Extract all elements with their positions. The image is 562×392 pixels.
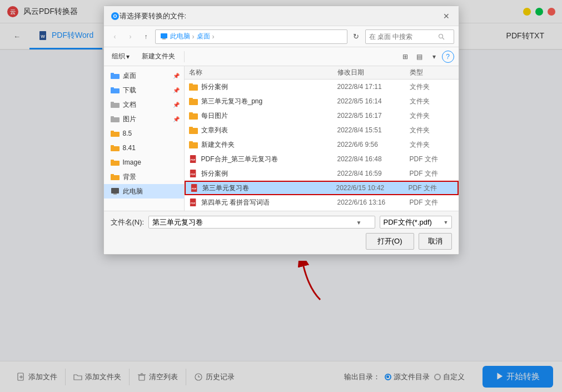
file-name-cell: 文章列表 xyxy=(189,126,337,135)
pdf-file-icon: PDF xyxy=(189,155,198,163)
left-item-desktop-label: 桌面 xyxy=(123,71,136,81)
svg-rect-23 xyxy=(111,87,114,89)
dialog-action-buttons: 打开(O) 取消 xyxy=(111,233,452,250)
file-type-cell: PDF 文件 xyxy=(410,198,454,207)
view-buttons: ⊞ ▤ ▾ ? xyxy=(399,50,454,63)
svg-line-19 xyxy=(442,38,444,39)
svg-rect-29 xyxy=(111,131,114,132)
filename-input[interactable] xyxy=(148,216,375,229)
file-date-cell: 2022/6/6 9:56 xyxy=(337,141,410,148)
file-row[interactable]: PDF 拆分案例 2022/8/4 16:59 PDF 文件 xyxy=(185,166,459,181)
file-date-cell: 2022/8/5 16:14 xyxy=(337,97,410,105)
folder-icon xyxy=(189,141,198,148)
svg-rect-45 xyxy=(189,127,193,128)
file-date-cell: 2022/8/5 16:17 xyxy=(337,112,410,120)
pdf-file-icon: PDF xyxy=(189,170,198,177)
docs-folder-icon xyxy=(111,101,120,108)
folder-icon xyxy=(189,83,198,91)
col-name-header: 名称 xyxy=(189,68,337,77)
file-date-cell: 2022/8/4 16:48 xyxy=(337,155,410,163)
dialog-title-bar: O 请选择要转换的文件: ✕ xyxy=(104,6,459,26)
nav-up-button[interactable]: ↑ xyxy=(140,30,153,43)
left-item-image[interactable]: Image xyxy=(104,155,184,170)
view-grid-button[interactable]: ⊞ xyxy=(399,50,412,63)
file-type-cell: 文件夹 xyxy=(410,97,454,106)
svg-rect-33 xyxy=(111,160,114,161)
view-list-button[interactable]: ▤ xyxy=(413,50,426,63)
file-row[interactable]: 拆分案例 2022/8/4 17:11 文件夹 xyxy=(185,80,459,94)
svg-rect-39 xyxy=(189,83,193,85)
breadcrumb-sep: › xyxy=(192,33,195,41)
filetype-select[interactable]: PDF文件(*.pdf) xyxy=(380,216,452,229)
desktop-folder-icon xyxy=(111,72,120,79)
left-panel: 桌面 📌 下载 📌 xyxy=(104,66,185,211)
filetype-select-wrapper: PDF文件(*.pdf) xyxy=(380,216,452,229)
svg-rect-20 xyxy=(111,74,120,79)
dialog-nav-bar: ‹ › ↑ 此电脑 › 桌面 › ↻ xyxy=(104,26,459,47)
folder-icon xyxy=(189,112,198,120)
file-row[interactable]: 文章列表 2022/8/4 15:51 文件夹 xyxy=(185,123,459,137)
refresh-button[interactable]: ↻ xyxy=(350,30,363,43)
svg-rect-40 xyxy=(189,99,198,105)
file-row[interactable]: PDF PDF合并_第三单元复习卷 2022/8/4 16:48 PDF 文件 xyxy=(185,152,459,166)
help-button[interactable]: ? xyxy=(442,51,454,63)
cancel-button-label: 取消 xyxy=(428,237,442,245)
computer-icon xyxy=(160,33,168,41)
svg-rect-24 xyxy=(111,103,120,108)
file-name-label: 文章列表 xyxy=(201,126,228,135)
search-input[interactable] xyxy=(369,33,436,41)
view-dropdown-button[interactable]: ▾ xyxy=(427,50,441,63)
breadcrumb-computer[interactable]: 此电脑 xyxy=(170,32,190,41)
organize-button[interactable]: 组织 ▾ xyxy=(108,51,133,62)
dialog-footer: 文件名(N): ▼ PDF文件(*.pdf) 打开(O) xyxy=(104,211,459,254)
left-item-images-label: 图片 xyxy=(123,115,136,124)
new-folder-button[interactable]: 新建文件夹 xyxy=(137,51,180,62)
left-item-85[interactable]: 8.5 xyxy=(104,126,184,141)
file-row[interactable]: 新建文件夹 2022/6/6 9:56 文件夹 xyxy=(185,137,459,152)
file-name-cell: 每日图片 xyxy=(189,111,337,121)
left-item-background[interactable]: 背景 xyxy=(104,170,184,184)
svg-rect-35 xyxy=(111,174,114,176)
nav-back-button[interactable]: ‹ xyxy=(108,30,122,43)
open-button[interactable]: 打开(O) xyxy=(366,233,414,250)
left-item-desktop[interactable]: 桌面 📌 xyxy=(104,68,184,83)
file-date-cell: 2022/8/4 17:11 xyxy=(337,83,410,91)
left-item-computer[interactable]: 此电脑 xyxy=(104,184,184,199)
folder-841-icon xyxy=(111,145,120,151)
search-bar xyxy=(365,29,454,44)
file-name-label: 拆分案例 xyxy=(201,169,228,178)
file-row[interactable]: 第三单元复习卷_png 2022/8/5 16:14 文件夹 xyxy=(185,94,459,108)
dialog-title-text: 请选择要转换的文件: xyxy=(120,11,441,21)
file-type-cell: 文件夹 xyxy=(410,82,454,92)
file-row-selected[interactable]: PDF 第三单元复习卷 2022/6/15 10:42 PDF 文件 xyxy=(185,181,459,195)
left-item-download[interactable]: 下载 📌 xyxy=(104,83,184,97)
svg-rect-22 xyxy=(111,88,120,93)
file-name-cell: PDF 拆分案例 xyxy=(189,169,337,178)
svg-rect-41 xyxy=(189,98,193,100)
pin-icon-docs: 📌 xyxy=(173,102,180,108)
pin-icon-download: 📌 xyxy=(173,87,180,93)
left-item-images[interactable]: 图片 📌 xyxy=(104,112,184,126)
svg-rect-42 xyxy=(189,113,198,120)
filename-label: 文件名(N): xyxy=(111,217,145,227)
svg-rect-16 xyxy=(161,33,167,38)
left-item-docs[interactable]: 文档 📌 xyxy=(104,97,184,112)
file-name-label: 新建文件夹 xyxy=(201,140,235,150)
left-item-841[interactable]: 8.41 xyxy=(104,141,184,155)
svg-rect-46 xyxy=(189,142,198,148)
toolbar-divider xyxy=(184,51,185,62)
file-row[interactable]: 每日图片 2022/8/5 16:17 文件夹 xyxy=(185,108,459,123)
nav-forward-button[interactable]: › xyxy=(124,30,137,43)
breadcrumb-desktop[interactable]: 桌面 xyxy=(197,32,210,41)
dialog-icon: O xyxy=(111,12,120,21)
file-name-label: 第三单元复习卷 xyxy=(202,183,249,193)
computer-folder-icon xyxy=(111,187,120,195)
folder-icon xyxy=(189,126,198,134)
svg-text:PDF: PDF xyxy=(190,158,195,161)
file-row[interactable]: PDF 第四单元 看拼音写词语 2022/6/16 13:16 PDF 文件 xyxy=(185,195,459,210)
organize-arrow-icon: ▾ xyxy=(126,53,130,61)
col-date-header: 修改日期 xyxy=(337,68,410,77)
svg-rect-21 xyxy=(111,73,114,75)
dialog-close-button[interactable]: ✕ xyxy=(441,11,452,22)
cancel-button[interactable]: 取消 xyxy=(419,233,452,250)
